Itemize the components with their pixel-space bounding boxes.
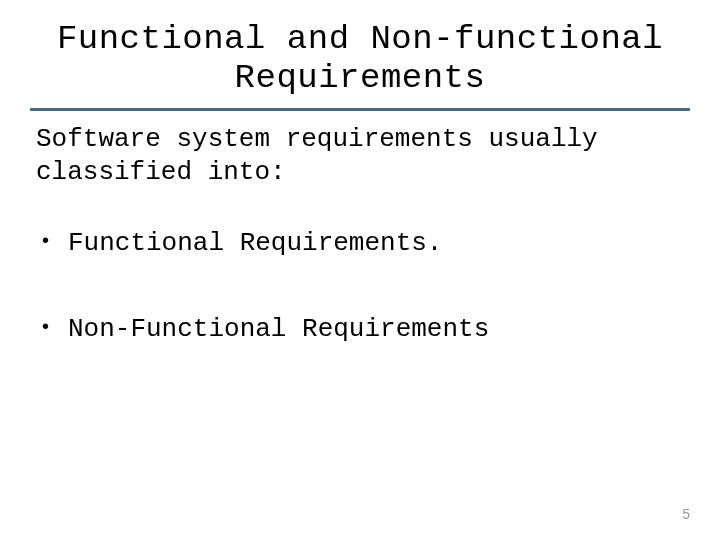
page-number: 5 [682,506,690,522]
bullet-list: Functional Requirements. Non-Functional … [36,228,690,345]
intro-text: Software system requirements usually cla… [36,123,690,188]
list-item: Functional Requirements. [36,228,690,259]
slide: Functional and Non-functional Requiremen… [0,0,720,540]
divider [30,108,690,111]
slide-title: Functional and Non-functional Requiremen… [30,20,690,98]
list-item: Non-Functional Requirements [36,314,690,345]
